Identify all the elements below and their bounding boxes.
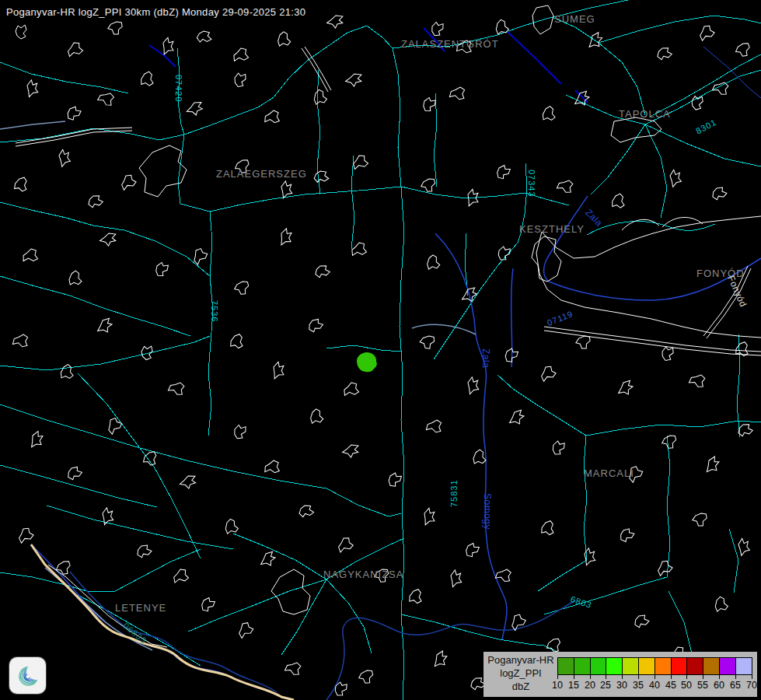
border-river-layer <box>31 544 294 700</box>
radar-viewport: Poganyvar-HR logZ_PPI 30km (dbZ) Monday … <box>0 0 761 700</box>
legend-tick: 10 <box>552 680 563 691</box>
legend-color-cell <box>686 657 703 675</box>
legend-tick: 70 <box>746 680 757 691</box>
legend-tick: 20 <box>585 680 595 691</box>
legend-tick: 25 <box>600 680 611 691</box>
legend-tick: 60 <box>714 680 724 691</box>
spiral-icon <box>12 660 44 691</box>
legend-color-cell <box>590 657 607 675</box>
navy-rivers-layer <box>149 28 588 103</box>
legend-tick: 50 <box>681 680 692 691</box>
legend-color-cell <box>655 657 672 675</box>
legend-tick: 40 <box>649 680 660 691</box>
legend-caption: Poganyvar-HR logZ_PPI dbZ <box>485 654 557 694</box>
rivers-layer <box>31 47 761 700</box>
legend-product: logZ_PPI <box>485 667 557 681</box>
slate-lines-layer <box>0 121 476 650</box>
roads-layer <box>0 0 761 700</box>
legend-tick: 55 <box>697 680 708 691</box>
legend-color-cell <box>671 657 688 675</box>
radar-map-canvas <box>0 0 761 700</box>
legend-tick: 35 <box>633 680 644 691</box>
legend-tick: 45 <box>665 680 676 691</box>
color-scale-legend: Poganyvar-HR logZ_PPI dbZ 10 15 20 25 30… <box>483 652 757 697</box>
legend-color-cell <box>703 657 720 675</box>
legend-color-cell <box>719 657 736 675</box>
legend-color-bar <box>557 657 752 675</box>
squiggles <box>11 13 754 698</box>
legend-unit: dbZ <box>485 681 557 694</box>
legend-tick: 65 <box>730 680 741 691</box>
legend-color-cell <box>606 657 623 675</box>
met-spiral-logo[interactable] <box>9 657 46 694</box>
legend-color-cell <box>622 657 639 675</box>
legend-color-cell <box>638 657 655 675</box>
legend-station: Poganyvar-HR <box>485 654 557 667</box>
legend-tick: 15 <box>568 680 579 691</box>
legend-tick: 30 <box>616 680 627 691</box>
legend-color-cell <box>557 657 574 675</box>
legend-color-cell <box>735 657 752 675</box>
radar-echo <box>357 352 377 372</box>
legend-color-cell <box>574 657 591 675</box>
settlements-layer <box>11 5 761 698</box>
